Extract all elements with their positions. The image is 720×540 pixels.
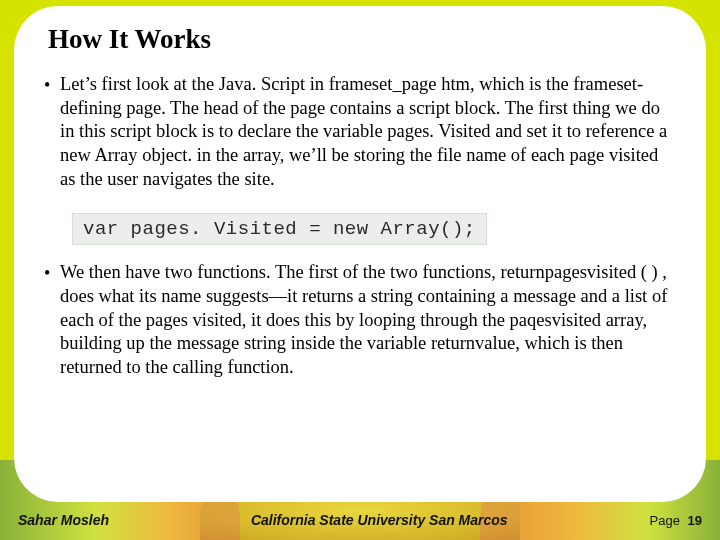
slide-card: How It Works • Let’s first look at the J… (14, 6, 706, 502)
footer-page-label: Page (650, 513, 680, 528)
footer-university: California State University San Marcos (109, 512, 650, 528)
footer-page-number: 19 (688, 513, 702, 528)
bullet-item: • Let’s first look at the Java. Script i… (44, 73, 676, 191)
bullet-dot-icon: • (44, 261, 60, 379)
slide-title: How It Works (48, 24, 676, 55)
bullet-dot-icon: • (44, 73, 60, 191)
footer-author: Sahar Mosleh (18, 512, 109, 528)
bullet-text: We then have two functions. The first of… (60, 261, 676, 379)
footer-page: Page 19 (650, 513, 702, 528)
code-snippet: var pages. Visited = new Array(); (72, 213, 487, 245)
bullet-text: Let’s first look at the Java. Script in … (60, 73, 676, 191)
slide-footer: Sahar Mosleh California State University… (0, 506, 720, 534)
bullet-item: • We then have two functions. The first … (44, 261, 676, 379)
